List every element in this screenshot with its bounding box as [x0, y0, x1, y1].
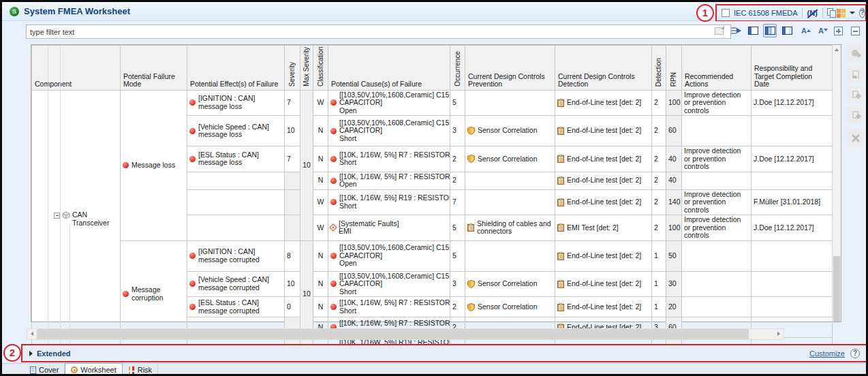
cell-severity[interactable]: 8 — [285, 240, 300, 271]
cell-rpn[interactable]: 20 — [666, 297, 682, 317]
cell-recommended[interactable]: Improve detection or prevention controls — [682, 215, 751, 241]
cell-classification[interactable]: N — [313, 297, 328, 317]
cell-prevention[interactable] — [465, 189, 555, 215]
cell-prevention[interactable]: Sensor Correlation — [465, 146, 555, 172]
cell-detection-control[interactable]: End-of-Line test [det: 2] — [555, 297, 652, 317]
layout-full-button[interactable] — [763, 24, 777, 37]
col-controls-prevention[interactable]: Current Design Controls Prevention — [465, 46, 555, 91]
col-recommended-actions[interactable]: Recommended Actions — [682, 46, 751, 91]
help-icon[interactable]: ? — [850, 349, 860, 358]
cell-severity[interactable] — [285, 189, 300, 215]
cell-detection-control[interactable]: EMI Test [det: 2] — [555, 215, 652, 241]
cell-cause[interactable]: [[103,50V,10%,1608,Ceramic] C15 : CAPACI… — [328, 271, 450, 297]
cell-detection-control[interactable]: End-of-Line test [det: 2] — [555, 146, 652, 172]
cell-rpn[interactable]: 30 — [666, 271, 682, 297]
cell-responsibility[interactable] — [751, 172, 833, 189]
cell-occurrence[interactable]: 2 — [450, 146, 465, 172]
cell-classification[interactable]: N — [313, 146, 328, 172]
cell-cause[interactable]: [Systematic Faults] EMI — [328, 215, 450, 241]
cell-cause[interactable]: [[103,50V,10%,1608,Ceramic] C15 : CAPACI… — [328, 240, 450, 271]
scroll-right-button[interactable] — [773, 329, 784, 339]
cell-classification[interactable]: W — [313, 90, 328, 116]
cell-recommended[interactable]: Improve detection or prevention controls — [682, 189, 751, 215]
col-detection[interactable]: Detection — [652, 46, 666, 91]
col-causes[interactable]: Potential Cause(s) of Failure — [328, 46, 450, 91]
cell-responsibility[interactable] — [751, 240, 833, 271]
cell-detection-control[interactable]: End-of-Line test [det: 2] — [555, 116, 652, 146]
cell-responsibility[interactable] — [751, 116, 833, 146]
cell-severity[interactable]: 7 — [285, 146, 300, 172]
cell-recommended[interactable] — [682, 116, 751, 146]
cell-max-severity[interactable]: 10 — [300, 90, 313, 240]
cell-prevention[interactable] — [465, 172, 555, 189]
add-detection-control-button[interactable] — [847, 106, 864, 123]
cell-effect[interactable]: [ESL Status : CAN] message loss — [187, 146, 285, 172]
scroll-up-button[interactable] — [833, 45, 841, 54]
layout-compact-button[interactable] — [746, 24, 760, 37]
filter-input[interactable] — [26, 25, 731, 39]
cell-detection-control[interactable]: End-of-Line test [det: 2] — [555, 271, 652, 297]
cell-detection[interactable]: 2 — [652, 189, 666, 215]
add-prevention-control-button[interactable] — [847, 86, 864, 103]
cell-detection[interactable]: 2 — [652, 215, 666, 241]
cell-rpn[interactable]: 40 — [666, 146, 682, 172]
cell-effect[interactable] — [187, 172, 285, 189]
cell-prevention[interactable]: Sensor Correlation — [465, 271, 555, 297]
cell-classification[interactable]: N — [313, 271, 328, 297]
horizontal-scroll-thumb[interactable] — [37, 329, 749, 339]
cell-classification[interactable]: W — [313, 215, 328, 241]
cell-rpn[interactable]: 100 — [666, 90, 682, 116]
cell-recommended[interactable]: Improve detection or prevention controls — [682, 90, 751, 116]
tab-risk[interactable]: Risk — [123, 364, 158, 376]
cell-cause[interactable]: [[103,50V,10%,1608,Ceramic] C15 : CAPACI… — [328, 90, 450, 116]
cell-severity[interactable]: 10 — [285, 116, 300, 146]
view-grid-icon[interactable] — [837, 9, 846, 18]
col-controls-detection[interactable]: Current Design Controls Detection — [555, 46, 652, 91]
cell-prevention[interactable]: Sensor Correlation — [465, 297, 555, 317]
cell-responsibility[interactable]: J.Doe [12.12.2017] — [751, 215, 833, 241]
cell-responsibility[interactable] — [751, 297, 833, 317]
font-increase-button[interactable]: A — [797, 24, 811, 37]
cell-responsibility[interactable]: F.Müller [31.01.2018] — [751, 189, 833, 215]
tree-collapse-toggle[interactable] — [54, 213, 60, 219]
cell-classification[interactable]: W — [313, 189, 328, 215]
cell-cause[interactable]: [[10K, 1/16W, 5%] R7 : RESISTOR] Short — [328, 297, 450, 317]
cell-detection-control[interactable]: End-of-Line test [det: 2] — [555, 240, 652, 271]
cell-detection[interactable]: 1 — [652, 297, 666, 317]
col-rpn[interactable]: RPN — [666, 46, 682, 91]
cell-effect[interactable]: [ESL Status : CAN] message corrupted — [187, 297, 285, 317]
detach-view-button[interactable] — [712, 24, 726, 37]
add-action-button[interactable] — [847, 45, 864, 62]
cell-occurrence[interactable]: 2 — [450, 172, 465, 189]
col-responsibility[interactable]: Responsibility and Target Completion Dat… — [751, 46, 833, 91]
scroll-left-button[interactable] — [27, 329, 37, 339]
cell-effect[interactable] — [187, 215, 285, 241]
cell-detection-control[interactable]: End-of-Line test [det: 2] — [555, 172, 652, 189]
cell-effect[interactable]: [Vehicle Speed : CAN] message loss — [187, 116, 285, 146]
cell-cause[interactable]: [[10K, 1/16W, 5%] R7 : RESISTOR] Short — [328, 146, 450, 172]
cell-occurrence[interactable]: 5 — [450, 240, 465, 271]
extended-section-toggle[interactable]: Extended — [37, 349, 71, 358]
expand-all-button[interactable] — [831, 24, 845, 37]
cell-responsibility[interactable]: J.Doe [12.12.2017] — [751, 90, 833, 116]
cell-recommended[interactable]: Improve detection or prevention controls — [682, 146, 751, 172]
cell-rpn[interactable]: 40 — [666, 172, 682, 189]
cell-cause[interactable]: [[10K, 1/16W, 5%] R7 : RESISTOR] Open — [328, 172, 450, 189]
cell-detection[interactable]: 2 — [652, 116, 666, 146]
cell-occurrence[interactable]: 5 — [450, 90, 465, 116]
cell-detection-control[interactable]: End-of-Line test [det: 2] — [555, 189, 652, 215]
cell-effect[interactable] — [187, 189, 285, 215]
col-max-severity[interactable]: Max Severity — [300, 46, 313, 91]
cell-recommended[interactable] — [682, 271, 751, 297]
help-icon[interactable]: ? — [859, 8, 865, 18]
cell-cause[interactable]: [[103,50V,10%,1608,Ceramic] C15 : CAPACI… — [328, 116, 450, 146]
cell-prevention[interactable] — [465, 240, 555, 271]
cell-severity[interactable]: 7 — [285, 90, 300, 116]
cell-severity[interactable] — [285, 172, 300, 189]
cell-detection-control[interactable]: End-of-Line test [det: 2] — [555, 90, 652, 116]
cell-failure-mode[interactable]: Message loss — [121, 90, 187, 240]
cell-detection[interactable]: 2 — [652, 172, 666, 189]
col-severity[interactable]: Severity — [285, 46, 300, 91]
cell-rpn[interactable]: 50 — [666, 240, 682, 271]
col-failure-mode[interactable]: Potential Failure Mode — [121, 46, 187, 91]
